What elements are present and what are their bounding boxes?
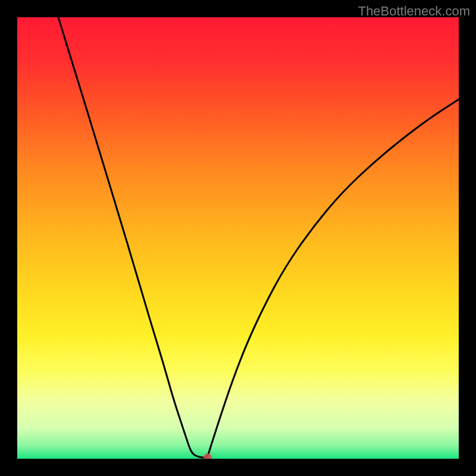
- bottleneck-chart: [17, 17, 459, 459]
- watermark-text: TheBottleneck.com: [358, 4, 470, 19]
- gradient-background: [17, 17, 459, 459]
